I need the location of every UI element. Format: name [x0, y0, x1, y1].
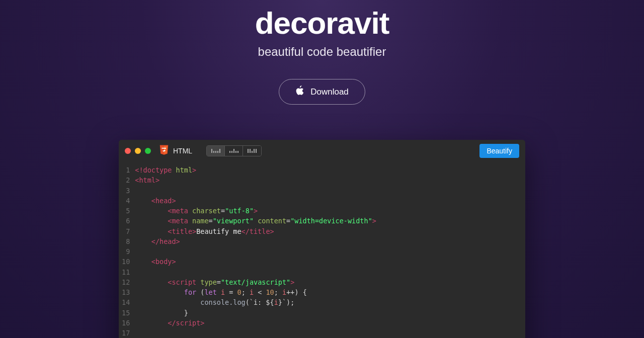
code-line[interactable] — [135, 246, 525, 257]
line-number: 14 — [122, 297, 130, 307]
line-number: 11 — [122, 267, 130, 277]
page-title: decoravit — [0, 5, 644, 41]
maximize-window-button[interactable] — [145, 148, 151, 154]
indent-option-3[interactable] — [243, 146, 261, 156]
html5-icon — [159, 144, 169, 157]
code-line[interactable] — [135, 186, 525, 196]
code-line[interactable]: <meta charset="utf-8"> — [135, 206, 525, 216]
line-number: 3 — [122, 186, 130, 196]
code-line[interactable]: <body> — [135, 257, 525, 267]
code-line[interactable]: <script type="text/javascript"> — [135, 277, 525, 287]
line-number: 17 — [122, 328, 130, 338]
line-number-gutter: 1234567891011121314151617181920 — [119, 165, 135, 338]
code-editor[interactable]: 1234567891011121314151617181920 <!doctyp… — [119, 162, 525, 338]
code-line[interactable] — [135, 267, 525, 277]
traffic-lights — [125, 148, 151, 154]
apple-icon — [295, 86, 304, 98]
code-line[interactable] — [135, 328, 525, 338]
editor-window: HTML Beautify 12345678910111213141516171… — [119, 140, 525, 338]
code-line[interactable]: } — [135, 308, 525, 318]
beautify-button[interactable]: Beautify — [479, 144, 519, 158]
line-number: 15 — [122, 308, 130, 318]
line-number: 4 — [122, 196, 130, 206]
line-number: 1 — [122, 165, 130, 175]
line-number: 13 — [122, 287, 130, 297]
code-line[interactable]: console.log(`i: ${i}`); — [135, 297, 525, 307]
code-line[interactable]: <head> — [135, 196, 525, 206]
code-line[interactable]: </head> — [135, 236, 525, 246]
code-line[interactable]: <html> — [135, 175, 525, 185]
code-content[interactable]: <!doctype html><html> <head> <meta chars… — [135, 165, 525, 338]
line-number: 5 — [122, 206, 130, 216]
code-line[interactable]: <!doctype html> — [135, 165, 525, 175]
close-window-button[interactable] — [125, 148, 131, 154]
hero-section: decoravit beautiful code beautifier Down… — [0, 0, 644, 105]
line-number: 6 — [122, 216, 130, 226]
line-number: 7 — [122, 226, 130, 236]
code-line[interactable]: <meta name="viewport" content="width=dev… — [135, 216, 525, 226]
language-indicator: HTML — [159, 144, 192, 157]
line-number: 2 — [122, 175, 130, 185]
window-titlebar: HTML Beautify — [119, 140, 525, 162]
language-label: HTML — [173, 147, 192, 155]
code-line[interactable]: <title>Beautify me</title> — [135, 226, 525, 236]
indent-style-toggle[interactable] — [206, 145, 262, 156]
download-button-label: Download — [310, 87, 349, 97]
line-number: 12 — [122, 277, 130, 287]
download-button[interactable]: Download — [279, 79, 365, 105]
page-subtitle: beautiful code beautifier — [0, 45, 644, 59]
indent-icon — [248, 149, 257, 153]
indent-option-1[interactable] — [207, 146, 225, 156]
line-number: 16 — [122, 318, 130, 328]
line-number: 10 — [122, 257, 130, 267]
indent-icon — [229, 149, 238, 153]
line-number: 8 — [122, 236, 130, 246]
minimize-window-button[interactable] — [135, 148, 141, 154]
indent-option-2[interactable] — [225, 146, 243, 156]
line-number: 9 — [122, 246, 130, 257]
code-line[interactable]: for (let i = 0; i < 10; i++) { — [135, 287, 525, 297]
indent-icon — [211, 149, 220, 153]
code-line[interactable]: </script​> — [135, 318, 525, 328]
